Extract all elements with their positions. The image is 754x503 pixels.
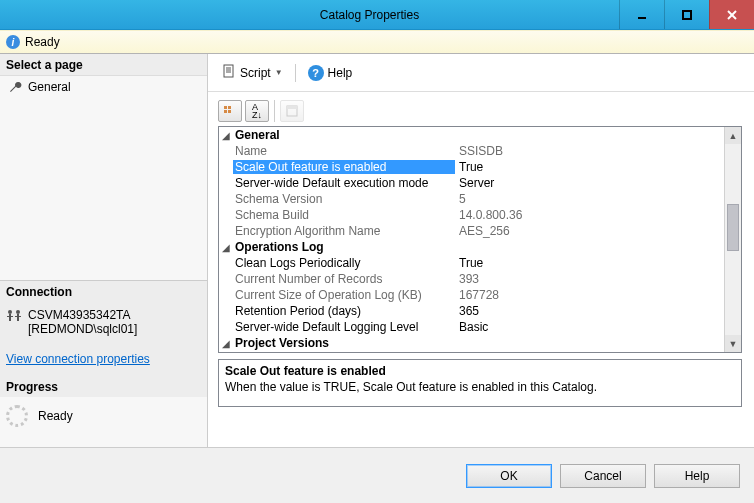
svg-rect-14 xyxy=(224,106,227,109)
help-icon: ? xyxy=(308,65,324,81)
page-general[interactable]: General xyxy=(6,78,201,96)
property-grid[interactable]: ◢General NameSSISDBScale Out feature is … xyxy=(219,127,724,352)
svg-point-4 xyxy=(8,310,12,314)
property-row[interactable]: Schema Build14.0.800.36 xyxy=(219,207,724,223)
property-row[interactable]: Server-wide Default Logging LevelBasic xyxy=(219,319,724,335)
cancel-button[interactable]: Cancel xyxy=(560,464,646,488)
property-value: SSISDB xyxy=(455,144,724,158)
button-bar: OK Cancel Help xyxy=(0,447,754,503)
property-name: Scale Out feature is enabled xyxy=(233,160,455,174)
category-general: General xyxy=(233,128,455,142)
svg-rect-1 xyxy=(683,11,691,19)
chevron-down-icon: ▼ xyxy=(275,68,283,77)
connection-header: Connection xyxy=(0,281,207,302)
property-name: Name xyxy=(233,144,455,158)
help-label: Help xyxy=(328,66,353,80)
svg-rect-15 xyxy=(228,106,231,109)
svg-point-5 xyxy=(16,310,20,314)
status-text: Ready xyxy=(25,35,60,49)
property-name: Encryption Algorithm Name xyxy=(233,224,455,238)
alphabetical-button[interactable]: AZ↓ xyxy=(245,100,269,122)
property-value: 5 xyxy=(455,192,724,206)
page-general-label: General xyxy=(28,80,71,94)
left-panel: Select a page General Connection CSVM439… xyxy=(0,54,207,447)
property-value[interactable]: True xyxy=(455,256,724,270)
connection-user: [REDMOND\sqlcl01] xyxy=(28,322,137,336)
progress-header: Progress xyxy=(0,376,207,397)
scrollbar[interactable]: ▲ ▼ xyxy=(724,127,741,352)
property-row[interactable]: Server-wide Default execution modeServer xyxy=(219,175,724,191)
info-icon: i xyxy=(6,35,20,49)
property-value: 393 xyxy=(455,272,724,286)
svg-rect-19 xyxy=(287,106,297,109)
property-row[interactable]: Clean Logs PeriodicallyTrue xyxy=(219,255,724,271)
right-panel: Script ▼ ? Help AZ↓ ◢General NameSSISDBS… xyxy=(207,54,754,447)
property-value[interactable]: Server xyxy=(455,176,724,190)
property-name: Server-wide Default Logging Level xyxy=(233,320,455,334)
svg-rect-9 xyxy=(15,316,21,317)
description-text: When the value is TRUE, Scale Out featur… xyxy=(225,380,735,394)
property-name: Schema Build xyxy=(233,208,455,222)
script-button[interactable]: Script ▼ xyxy=(218,62,287,83)
status-bar: i Ready xyxy=(0,30,754,54)
script-icon xyxy=(222,64,236,81)
property-name: Schema Version xyxy=(233,192,455,206)
svg-rect-10 xyxy=(224,65,233,77)
progress-text: Ready xyxy=(38,409,73,423)
property-value: 167728 xyxy=(455,288,724,302)
svg-rect-17 xyxy=(228,110,231,113)
script-label: Script xyxy=(240,66,271,80)
description-title: Scale Out feature is enabled xyxy=(225,364,735,378)
progress-spinner-icon xyxy=(6,405,28,427)
property-row[interactable]: Current Size of Operation Log (KB)167728 xyxy=(219,287,724,303)
help-button[interactable]: ? Help xyxy=(304,63,357,83)
maximize-button[interactable] xyxy=(664,0,709,29)
connection-server: CSVM43935342TA xyxy=(28,308,137,322)
category-operations-log: Operations Log xyxy=(233,240,455,254)
titlebar[interactable]: Catalog Properties xyxy=(0,0,754,30)
property-value: 14.0.800.36 xyxy=(455,208,724,222)
property-name: Server-wide Default execution mode xyxy=(233,176,455,190)
property-pages-button xyxy=(280,100,304,122)
scroll-thumb[interactable] xyxy=(727,204,739,251)
expand-icon[interactable]: ◢ xyxy=(219,242,233,253)
svg-rect-16 xyxy=(224,110,227,113)
property-row[interactable]: Retention Period (days)365 xyxy=(219,303,724,319)
close-button[interactable] xyxy=(709,0,754,29)
svg-rect-6 xyxy=(9,314,11,321)
property-value[interactable]: 365 xyxy=(455,304,724,318)
property-row[interactable]: Scale Out feature is enabledTrue xyxy=(219,159,724,175)
window-title: Catalog Properties xyxy=(120,8,619,22)
svg-rect-7 xyxy=(17,314,19,321)
expand-icon[interactable]: ◢ xyxy=(219,130,233,141)
description-pane: Scale Out feature is enabled When the va… xyxy=(218,359,742,407)
property-name: Clean Logs Periodically xyxy=(233,256,455,270)
property-value[interactable]: Basic xyxy=(455,320,724,334)
select-page-header: Select a page xyxy=(0,54,207,75)
categorized-button[interactable] xyxy=(218,100,242,122)
minimize-button[interactable] xyxy=(619,0,664,29)
expand-icon[interactable]: ◢ xyxy=(219,338,233,349)
property-name: Retention Period (days) xyxy=(233,304,455,318)
wrench-icon xyxy=(8,80,22,94)
scroll-up-icon[interactable]: ▲ xyxy=(725,127,741,144)
server-icon xyxy=(6,308,22,327)
property-name: Current Number of Records xyxy=(233,272,455,286)
property-row[interactable]: Schema Version5 xyxy=(219,191,724,207)
property-row[interactable]: Current Size of Versions Log (KB)1672 xyxy=(219,351,724,352)
property-row[interactable]: Current Number of Records393 xyxy=(219,271,724,287)
ok-button[interactable]: OK xyxy=(466,464,552,488)
scroll-down-icon[interactable]: ▼ xyxy=(725,335,741,352)
property-name: Current Size of Operation Log (KB) xyxy=(233,288,455,302)
category-project-versions: Project Versions xyxy=(233,336,455,350)
property-row[interactable]: Encryption Algorithm NameAES_256 xyxy=(219,223,724,239)
svg-rect-8 xyxy=(7,316,13,317)
property-value[interactable]: True xyxy=(455,160,724,174)
property-value: AES_256 xyxy=(455,224,724,238)
help-dialog-button[interactable]: Help xyxy=(654,464,740,488)
view-connection-properties-link[interactable]: View connection properties xyxy=(6,352,150,366)
property-row[interactable]: NameSSISDB xyxy=(219,143,724,159)
